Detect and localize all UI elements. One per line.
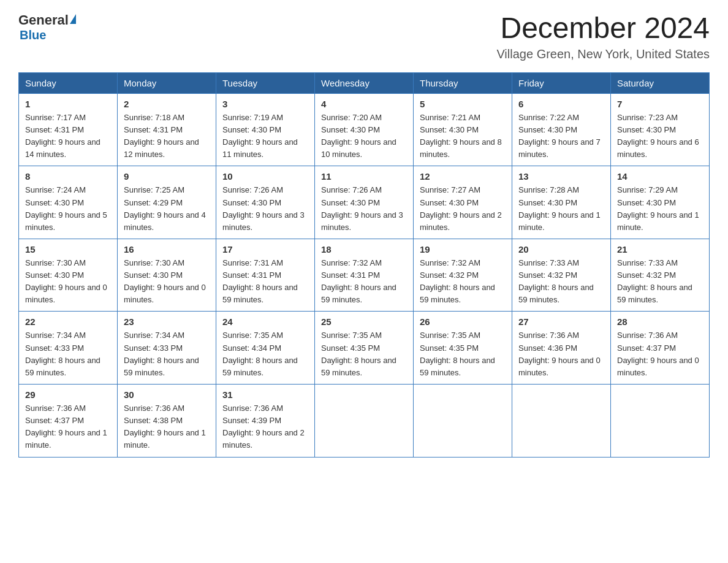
daylight-label: Daylight: 9 hours and 0 minutes. [617,356,699,377]
day-number: 19 [420,244,506,255]
calendar-cell: 5 Sunrise: 7:21 AM Sunset: 4:30 PM Dayli… [414,93,512,166]
sunset-label: Sunset: 4:30 PM [420,125,479,134]
day-info: Sunrise: 7:20 AM Sunset: 4:30 PM Dayligh… [321,112,407,161]
calendar-week-row: 8 Sunrise: 7:24 AM Sunset: 4:30 PM Dayli… [19,166,710,239]
daylight-label: Daylight: 9 hours and 1 minute. [518,210,601,232]
day-number: 21 [617,244,703,255]
sunset-label: Sunset: 4:31 PM [25,125,84,134]
calendar-cell: 14 Sunrise: 7:29 AM Sunset: 4:30 PM Dayl… [611,166,710,239]
calendar-week-row: 29 Sunrise: 7:36 AM Sunset: 4:37 PM Dayl… [19,385,710,458]
sunrise-label: Sunrise: 7:36 AM [25,404,86,413]
sunset-label: Sunset: 4:32 PM [617,270,676,280]
daylight-label: Daylight: 8 hours and 59 minutes. [222,356,298,377]
sunset-label: Sunset: 4:31 PM [222,270,281,280]
sunrise-label: Sunrise: 7:33 AM [617,258,678,267]
calendar-cell: 3 Sunrise: 7:19 AM Sunset: 4:30 PM Dayli… [216,93,315,166]
calendar-cell: 16 Sunrise: 7:30 AM Sunset: 4:30 PM Dayl… [118,239,216,312]
sunset-label: Sunset: 4:35 PM [321,343,380,353]
day-info: Sunrise: 7:27 AM Sunset: 4:30 PM Dayligh… [420,184,506,234]
header-monday: Monday [118,72,216,93]
sunset-label: Sunset: 4:30 PM [420,198,479,207]
header-friday: Friday [512,72,611,93]
sunrise-label: Sunrise: 7:33 AM [518,258,579,267]
calendar-cell: 29 Sunrise: 7:36 AM Sunset: 4:37 PM Dayl… [19,385,118,458]
sunset-label: Sunset: 4:30 PM [222,125,281,134]
day-number: 1 [25,99,111,109]
sunset-label: Sunset: 4:37 PM [25,416,84,425]
daylight-label: Daylight: 9 hours and 12 minutes. [124,137,199,159]
daylight-label: Daylight: 9 hours and 8 minutes. [420,137,502,159]
day-info: Sunrise: 7:35 AM Sunset: 4:35 PM Dayligh… [321,329,407,379]
sunrise-label: Sunrise: 7:35 AM [222,331,283,340]
sunset-label: Sunset: 4:30 PM [518,198,577,207]
sunrise-label: Sunrise: 7:30 AM [124,258,184,267]
sunrise-label: Sunrise: 7:23 AM [617,113,678,122]
calendar-table: Sunday Monday Tuesday Wednesday Thursday… [18,72,710,458]
calendar-cell: 23 Sunrise: 7:34 AM Sunset: 4:33 PM Dayl… [118,312,216,385]
calendar-cell: 8 Sunrise: 7:24 AM Sunset: 4:30 PM Dayli… [19,166,118,239]
day-info: Sunrise: 7:26 AM Sunset: 4:30 PM Dayligh… [321,184,407,234]
sunset-label: Sunset: 4:30 PM [518,125,577,134]
sunrise-label: Sunrise: 7:30 AM [25,258,86,267]
day-info: Sunrise: 7:29 AM Sunset: 4:30 PM Dayligh… [617,184,703,234]
day-number: 12 [420,171,506,182]
daylight-label: Daylight: 8 hours and 59 minutes. [617,283,692,304]
sunset-label: Sunset: 4:30 PM [124,270,183,280]
daylight-label: Daylight: 9 hours and 0 minutes. [124,283,206,304]
day-number: 28 [617,316,703,327]
day-info: Sunrise: 7:26 AM Sunset: 4:30 PM Dayligh… [222,184,308,234]
day-info: Sunrise: 7:24 AM Sunset: 4:30 PM Dayligh… [25,184,111,234]
sunrise-label: Sunrise: 7:27 AM [420,185,480,194]
day-number: 17 [222,244,308,255]
sunset-label: Sunset: 4:30 PM [25,198,84,207]
daylight-label: Daylight: 9 hours and 1 minute. [25,428,107,450]
daylight-label: Daylight: 8 hours and 59 minutes. [124,356,199,377]
page-header: General Blue December 2024 Village Green… [18,12,710,61]
day-number: 25 [321,316,407,327]
sunrise-label: Sunrise: 7:34 AM [124,331,184,340]
header-tuesday: Tuesday [216,72,315,93]
sunset-label: Sunset: 4:33 PM [124,343,183,353]
sunrise-label: Sunrise: 7:17 AM [25,113,86,122]
calendar-cell: 19 Sunrise: 7:32 AM Sunset: 4:32 PM Dayl… [414,239,512,312]
calendar-cell: 20 Sunrise: 7:33 AM Sunset: 4:32 PM Dayl… [512,239,611,312]
sunset-label: Sunset: 4:33 PM [25,343,84,353]
day-info: Sunrise: 7:25 AM Sunset: 4:29 PM Dayligh… [124,184,210,234]
day-number: 18 [321,244,407,255]
calendar-cell: 15 Sunrise: 7:30 AM Sunset: 4:30 PM Dayl… [19,239,118,312]
calendar-cell: 28 Sunrise: 7:36 AM Sunset: 4:37 PM Dayl… [611,312,710,385]
day-number: 11 [321,171,407,182]
daylight-label: Daylight: 9 hours and 3 minutes. [222,210,305,232]
sunset-label: Sunset: 4:36 PM [518,343,577,353]
calendar-cell: 26 Sunrise: 7:35 AM Sunset: 4:35 PM Dayl… [414,312,512,385]
header-thursday: Thursday [414,72,512,93]
logo-general-text: General [18,12,69,28]
logo-triangle-icon [70,14,76,24]
calendar-cell: 2 Sunrise: 7:18 AM Sunset: 4:31 PM Dayli… [118,93,216,166]
day-info: Sunrise: 7:33 AM Sunset: 4:32 PM Dayligh… [617,257,703,307]
calendar-week-row: 1 Sunrise: 7:17 AM Sunset: 4:31 PM Dayli… [19,93,710,166]
day-info: Sunrise: 7:33 AM Sunset: 4:32 PM Dayligh… [518,257,604,307]
day-info: Sunrise: 7:22 AM Sunset: 4:30 PM Dayligh… [518,112,604,161]
calendar-cell: 11 Sunrise: 7:26 AM Sunset: 4:30 PM Dayl… [315,166,414,239]
sunrise-label: Sunrise: 7:31 AM [222,258,283,267]
calendar-week-row: 15 Sunrise: 7:30 AM Sunset: 4:30 PM Dayl… [19,239,710,312]
daylight-label: Daylight: 9 hours and 1 minute. [617,210,699,232]
day-number: 27 [518,316,604,327]
calendar-cell: 22 Sunrise: 7:34 AM Sunset: 4:33 PM Dayl… [19,312,118,385]
day-info: Sunrise: 7:36 AM Sunset: 4:36 PM Dayligh… [518,329,604,379]
day-number: 8 [25,171,111,182]
sunset-label: Sunset: 4:37 PM [617,343,676,353]
calendar-cell: 18 Sunrise: 7:32 AM Sunset: 4:31 PM Dayl… [315,239,414,312]
calendar-cell: 10 Sunrise: 7:26 AM Sunset: 4:30 PM Dayl… [216,166,315,239]
sunrise-label: Sunrise: 7:35 AM [420,331,480,340]
month-title: December 2024 [496,12,710,45]
day-number: 3 [222,99,308,109]
calendar-cell: 31 Sunrise: 7:36 AM Sunset: 4:39 PM Dayl… [216,385,315,458]
daylight-label: Daylight: 8 hours and 59 minutes. [25,356,100,377]
sunrise-label: Sunrise: 7:20 AM [321,113,382,122]
day-number: 15 [25,244,111,255]
sunrise-label: Sunrise: 7:36 AM [124,404,184,413]
daylight-label: Daylight: 9 hours and 0 minutes. [518,356,601,377]
day-number: 23 [124,316,210,327]
